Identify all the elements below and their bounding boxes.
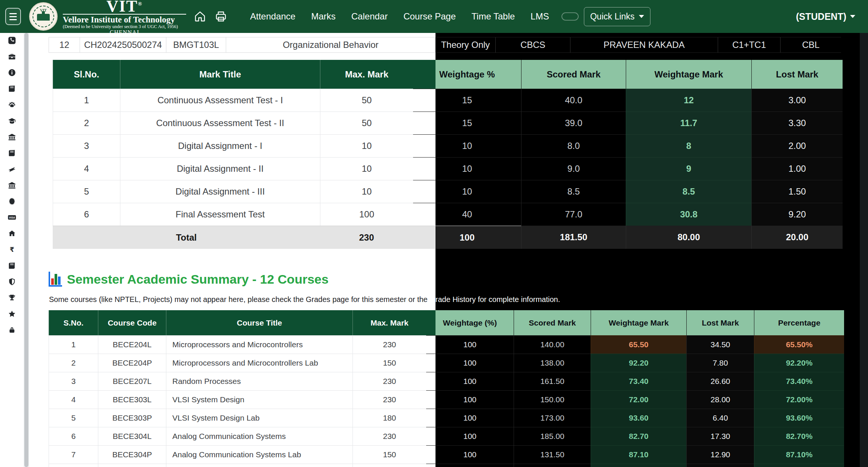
course-info-row[interactable]: 12 CH2024250500274 BMGT103L Organization… bbox=[49, 37, 841, 53]
rupee-icon[interactable]: ₹ bbox=[8, 245, 16, 254]
summary-cell-scored: 138.00 bbox=[514, 354, 591, 372]
hamburger-menu-icon[interactable] bbox=[5, 8, 21, 25]
phone-icon[interactable] bbox=[8, 36, 16, 45]
summary-cell-sno: 6 bbox=[49, 427, 98, 445]
summary-cell-empty bbox=[754, 464, 844, 467]
paw-icon[interactable] bbox=[8, 101, 16, 109]
summary-cell-title: VLSI System Design bbox=[166, 390, 353, 409]
summary-cell-max: 230 bbox=[353, 427, 426, 445]
marks-cell-max: 50 bbox=[320, 112, 413, 134]
deemed-university-text: (Deemed to be University under section 3… bbox=[63, 24, 186, 29]
graduation-cap-icon[interactable] bbox=[8, 117, 16, 125]
summary-cell-title: Analog Communication Systems bbox=[166, 427, 353, 445]
nav-link-lms[interactable]: LMS bbox=[523, 11, 557, 22]
quick-links-button[interactable]: Quick Links bbox=[584, 7, 650, 26]
info-icon[interactable] bbox=[8, 68, 16, 77]
marks-cell-sno: 3 bbox=[53, 134, 120, 157]
marks-table-row: 5Digital Assignment - III10108.58.51.50 bbox=[53, 180, 843, 203]
marks-cell-title: Continuous Assessment Test - II bbox=[120, 112, 320, 134]
lock-icon[interactable] bbox=[8, 326, 16, 334]
sidebar-scrollbar-thumb[interactable] bbox=[24, 33, 28, 467]
marks-cell-title: Digital Assignment - I bbox=[120, 134, 320, 157]
home-icon[interactable] bbox=[194, 10, 206, 23]
marks-cell-wmark: 8 bbox=[626, 134, 751, 157]
marks-cell-max: 10 bbox=[320, 157, 413, 180]
nav-link-marks[interactable]: Marks bbox=[303, 11, 343, 22]
summary-cell-empty bbox=[426, 464, 514, 467]
home-icon[interactable] bbox=[8, 229, 16, 238]
briefcase-icon[interactable] bbox=[8, 52, 16, 61]
bank-icon[interactable] bbox=[8, 133, 16, 141]
summary-table-row: 1BECE204LMicroprocessors and Microcontro… bbox=[49, 335, 844, 354]
summary-cell-weightage: 100 bbox=[426, 427, 514, 445]
summary-cell-lost: 17.30 bbox=[686, 427, 754, 445]
summary-table-row-partial bbox=[49, 464, 844, 467]
summary-cell-sno: 1 bbox=[49, 335, 98, 354]
summary-cell-lost: 34.50 bbox=[686, 335, 754, 354]
star-icon[interactable] bbox=[8, 310, 16, 318]
nav-link-time-table[interactable]: Time Table bbox=[464, 11, 523, 22]
summary-cell-title: Microprocessors and Microcontrollers bbox=[166, 335, 353, 354]
summary-cell-pct: 73.40% bbox=[754, 372, 844, 390]
summary-cell-wmark: 92.20 bbox=[591, 354, 686, 372]
marks-cell-wmark: 8.5 bbox=[626, 180, 751, 203]
summary-header-cell: Course Title bbox=[166, 310, 353, 335]
summary-cell-empty bbox=[514, 464, 591, 467]
summary-note-dark-part: Grade History for complete information. bbox=[430, 295, 560, 303]
gear-icon[interactable] bbox=[8, 197, 16, 205]
marks-cell-scored: 8.0 bbox=[521, 134, 626, 157]
institute-name: Vellore Institute of Technology bbox=[63, 15, 186, 24]
theme-toggle[interactable] bbox=[561, 12, 579, 21]
book-icon[interactable] bbox=[8, 262, 16, 270]
marks-cell-sno: 6 bbox=[53, 203, 120, 226]
marks-header-cell: Mark Title bbox=[120, 60, 320, 89]
summary-cell-weightage: 100 bbox=[426, 409, 514, 427]
marks-header-cell: Max. Mark bbox=[320, 60, 413, 89]
summary-cell-weightage: 100 bbox=[426, 335, 514, 354]
bar-chart-icon bbox=[49, 272, 62, 287]
book-icon[interactable] bbox=[8, 85, 16, 93]
marks-cell-scored: 8.5 bbox=[521, 180, 626, 203]
nav-link-attendance[interactable]: Attendance bbox=[242, 11, 303, 22]
summary-cell-weightage: 100 bbox=[426, 354, 514, 372]
vtop-student-portal: VIT VIT® Vellore Institute of Technology… bbox=[0, 0, 868, 467]
marks-cell-max: 10 bbox=[320, 134, 413, 157]
summary-header-cell: Weightage Mark bbox=[591, 310, 686, 335]
summary-table-row: 5BECE303PVLSI System Design Lab180100173… bbox=[49, 409, 844, 427]
summary-cell-pct: 65.50% bbox=[754, 335, 844, 354]
summary-cell-sno: 5 bbox=[49, 409, 98, 427]
marks-cell-weightage: 40 bbox=[413, 203, 521, 226]
marks-cell-wmark: 11.7 bbox=[626, 112, 751, 134]
summary-cell-max: 180 bbox=[353, 409, 426, 427]
page-scrollbar[interactable] bbox=[860, 33, 868, 467]
svg-text:₹: ₹ bbox=[9, 246, 14, 253]
summary-cell-code: BECE204P bbox=[98, 354, 166, 372]
rocket-icon[interactable] bbox=[8, 165, 16, 173]
summary-cell-wmark: 73.40 bbox=[591, 372, 686, 390]
summary-cell-empty bbox=[686, 464, 754, 467]
print-icon[interactable] bbox=[215, 10, 227, 23]
course-marks-table: Sl.No.Mark TitleMax. MarkWeightage %Scor… bbox=[53, 60, 843, 249]
nav-link-course-page[interactable]: Course Page bbox=[395, 11, 464, 22]
marks-table-row: 6Final Assessment Test1004077.030.89.20 bbox=[53, 203, 843, 226]
marks-cell-lost: 9.20 bbox=[751, 203, 843, 226]
marks-cell-weightage: 10 bbox=[413, 157, 521, 180]
bank-icon[interactable] bbox=[8, 181, 16, 189]
sidebar-scrollbar[interactable] bbox=[24, 33, 29, 467]
semester-summary-title: Semester Academic Summary - 12 Courses bbox=[67, 272, 329, 287]
trophy-icon[interactable] bbox=[8, 294, 16, 302]
marks-total-lost: 20.00 bbox=[751, 226, 843, 249]
shield-icon[interactable] bbox=[8, 278, 16, 286]
student-dropdown[interactable]: (STUDENT) bbox=[796, 11, 855, 22]
book-icon[interactable] bbox=[8, 149, 16, 157]
course-slot: C1+TC1 bbox=[718, 37, 780, 53]
caret-down-icon bbox=[639, 15, 644, 18]
summary-cell-scored: 185.00 bbox=[514, 427, 591, 445]
registered-mark: ® bbox=[138, 1, 142, 7]
visa-icon[interactable]: VISA bbox=[8, 213, 16, 222]
summary-cell-code: BECE204L bbox=[98, 335, 166, 354]
summary-table-row: 3BECE207LRandom Processes230100161.5073.… bbox=[49, 372, 844, 390]
summary-cell-pct: 92.20% bbox=[754, 354, 844, 372]
nav-link-calendar[interactable]: Calendar bbox=[344, 11, 395, 22]
marks-cell-title: Digital Assignment - III bbox=[120, 180, 320, 203]
